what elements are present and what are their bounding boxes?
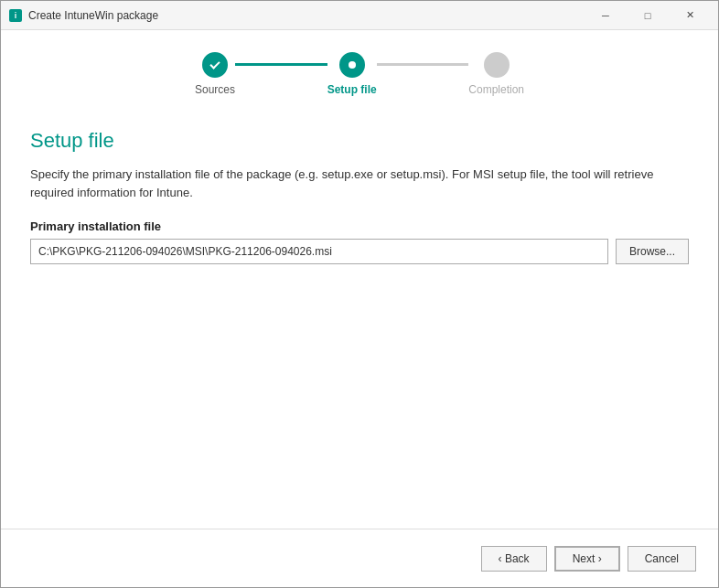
close-button[interactable]: ✕	[669, 1, 711, 30]
step-line-2	[377, 63, 469, 66]
step-completion-circle	[484, 52, 510, 78]
title-bar: i Create IntuneWin package ─ □ ✕	[1, 1, 718, 30]
svg-text:i: i	[15, 11, 17, 20]
main-content: Setup file Specify the primary installat…	[1, 111, 718, 529]
step-sources: Sources	[195, 52, 235, 96]
page-title: Setup file	[30, 129, 689, 153]
window-title: Create IntuneWin package	[28, 9, 585, 22]
main-window: i Create IntuneWin package ─ □ ✕ Sources	[0, 0, 719, 588]
step-sources-label: Sources	[195, 83, 235, 96]
file-path-input[interactable]	[30, 239, 608, 264]
step-completion: Completion	[468, 52, 524, 96]
browse-button[interactable]: Browse...	[616, 239, 689, 264]
file-field-row: Browse...	[30, 239, 689, 264]
step-setup-circle	[339, 52, 365, 78]
back-button[interactable]: ‹ Back	[481, 546, 547, 572]
step-setup-label: Setup file	[327, 83, 377, 96]
stepper: Sources Setup file Completion	[1, 30, 718, 111]
svg-point-2	[349, 61, 356, 69]
footer: ‹ Back Next › Cancel	[1, 529, 718, 587]
field-label: Primary installation file	[30, 219, 689, 233]
page-description: Specify the primary installation file of…	[30, 166, 671, 201]
window-controls: ─ □ ✕	[585, 1, 711, 30]
cancel-button[interactable]: Cancel	[628, 546, 696, 572]
maximize-button[interactable]: □	[627, 1, 669, 30]
app-icon: i	[8, 8, 23, 23]
minimize-button[interactable]: ─	[585, 1, 627, 30]
step-setup-file: Setup file	[327, 52, 377, 96]
step-completion-label: Completion	[468, 83, 524, 96]
next-button[interactable]: Next ›	[554, 546, 620, 572]
step-sources-circle	[202, 52, 228, 78]
step-line-1	[235, 63, 327, 66]
